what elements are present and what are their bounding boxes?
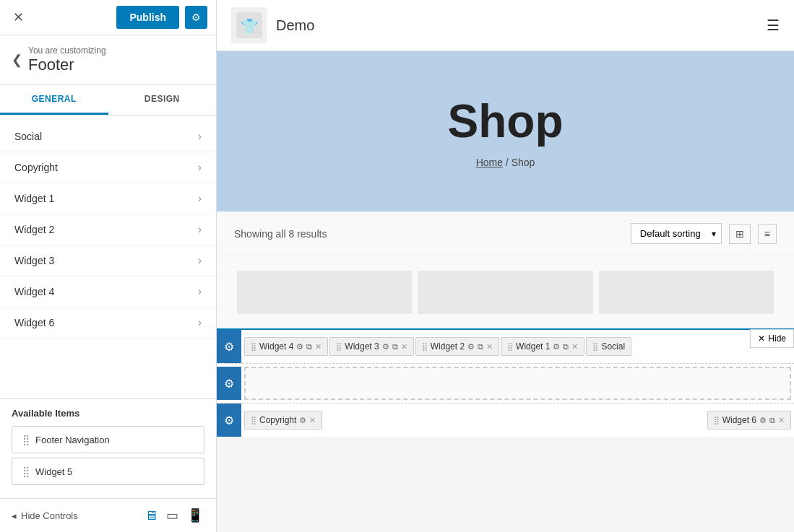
row-settings-icon: ⚙ — [224, 340, 234, 354]
chevron-icon: › — [198, 130, 202, 143]
preview-content: Shop Home / Shop Showing all 8 results D… — [217, 51, 794, 532]
sort-wrapper: Default sorting — [631, 223, 722, 244]
results-count: Showing all 8 results — [234, 228, 327, 240]
list-view-button[interactable]: ≡ — [758, 224, 777, 244]
menu-item-widget2[interactable]: Widget 2 › — [0, 214, 216, 245]
widget-chip-widget1[interactable]: ⣿ Widget 1 ⚙ ⧉ ✕ — [501, 337, 584, 356]
hide-controls-button[interactable]: ◂ Hide Controls — [12, 510, 78, 521]
tab-design[interactable]: DESIGN — [108, 85, 217, 115]
copy-icon: ⧉ — [306, 342, 312, 352]
hamburger-icon[interactable]: ☰ — [767, 17, 780, 34]
left-arrow-icon: ◂ — [12, 510, 17, 521]
footer-widgets-row1: ⣿ Widget 4 ⚙ ⧉ ✕ ⣿ Widget 3 ⚙ ⧉ ✕ ⣿ — [241, 334, 794, 359]
gear-icon: ⚙ — [553, 342, 560, 352]
copy-icon: ⧉ — [478, 342, 483, 352]
menu-item-widget1[interactable]: Widget 1 › — [0, 183, 216, 214]
settings-button[interactable]: ⚙ — [185, 6, 207, 29]
hide-footer-button[interactable]: ✕ Hide — [750, 329, 794, 348]
desktop-icon[interactable]: 🖥 — [143, 506, 159, 525]
hide-label: Hide — [768, 333, 786, 344]
row-handle-2[interactable]: ⚙ — [217, 367, 241, 400]
close-small-icon: ✕ — [758, 333, 765, 344]
drag-handle-icon: ⣿ — [251, 416, 256, 425]
drag-handle-icon: ⣿ — [714, 416, 720, 425]
mobile-icon[interactable]: 📱 — [186, 506, 204, 525]
remove-icon[interactable]: ✕ — [401, 342, 407, 352]
toolbar-right: Default sorting ⊞ ≡ — [631, 223, 777, 244]
menu-item-widget4[interactable]: Widget 4 › — [0, 276, 216, 308]
row-settings-icon: ⚙ — [224, 377, 234, 391]
remove-icon[interactable]: ✕ — [309, 416, 316, 425]
drag-item-widget5[interactable]: ⣿ Widget 5 — [12, 458, 204, 485]
menu-item-widget6[interactable]: Widget 6 › — [0, 308, 216, 339]
drag-item-footer-navigation[interactable]: ⣿ Footer Navigation — [12, 426, 204, 453]
row-handle-1[interactable]: ⚙ — [217, 330, 241, 363]
gear-icon: ⚙ — [296, 342, 303, 352]
widget-chip-widget2[interactable]: ⣿ Widget 2 ⚙ ⧉ ✕ — [415, 337, 499, 356]
sort-select[interactable]: Default sorting — [631, 223, 722, 244]
footer-row-empty — [244, 367, 791, 400]
back-button[interactable]: ❮ — [12, 52, 22, 68]
drag-handle-icon: ⣿ — [336, 342, 342, 352]
widget-chip-social[interactable]: ⣿ Social — [586, 337, 631, 356]
menu-item-label: Social — [14, 131, 42, 142]
widget-chip-widget4[interactable]: ⣿ Widget 4 ⚙ ⧉ ✕ — [244, 337, 328, 356]
chevron-icon: › — [198, 285, 202, 298]
menu-item-label: Widget 2 — [14, 224, 54, 235]
customizing-title: Footer — [28, 56, 106, 74]
menu-item-label: Copyright — [14, 162, 58, 173]
menu-list: Social › Copyright › Widget 1 › Widget 2… — [0, 115, 216, 398]
product-card — [237, 271, 412, 314]
drag-item-label: Footer Navigation — [35, 435, 110, 445]
tablet-icon[interactable]: ▭ — [165, 506, 180, 525]
widget-chip-label: Widget 4 — [259, 341, 293, 352]
chevron-icon: › — [198, 316, 202, 329]
remove-icon[interactable]: ✕ — [778, 416, 785, 425]
preview-header: 👕 Demo ☰ — [217, 0, 794, 51]
widget-chip-label: Widget 1 — [516, 341, 550, 352]
copy-icon: ⧉ — [392, 342, 398, 352]
shop-toolbar: Showing all 8 results Default sorting ⊞ … — [217, 212, 794, 256]
gear-icon: ⚙ — [299, 416, 306, 425]
widget-chip-label: Widget 3 — [345, 341, 379, 352]
widget-chip-label: Social — [601, 341, 625, 352]
footer-row-3: ⚙ ⣿ Copyright ⚙ ✕ ⣿ Widget 6 ⚙ ⧉ — [217, 404, 794, 437]
top-bar: ✕ Publish ⚙ — [0, 0, 216, 35]
close-button[interactable]: ✕ — [9, 8, 28, 27]
chevron-icon: › — [198, 161, 202, 174]
remove-icon[interactable]: ✕ — [571, 342, 578, 352]
chevron-icon: › — [198, 192, 202, 205]
product-card — [599, 271, 774, 314]
menu-item-social[interactable]: Social › — [0, 121, 216, 152]
remove-icon[interactable]: ✕ — [315, 342, 322, 352]
breadcrumb-separator: / — [503, 157, 512, 168]
drag-handle-icon: ⣿ — [592, 342, 598, 352]
bottom-bar: ◂ Hide Controls 🖥 ▭ 📱 — [0, 498, 216, 532]
menu-item-widget3[interactable]: Widget 3 › — [0, 245, 216, 276]
widget-chip-widget6[interactable]: ⣿ Widget 6 ⚙ ⧉ ✕ — [707, 411, 791, 429]
tab-general[interactable]: GENERAL — [0, 85, 108, 115]
grid-view-button[interactable]: ⊞ — [729, 224, 751, 244]
widget-chip-label: Widget 2 — [431, 341, 465, 352]
available-items-title: Available Items — [12, 408, 204, 419]
footer-row-2: ⚙ — [217, 364, 794, 404]
drag-handle-icon: ⣿ — [22, 466, 30, 477]
drag-item-label: Widget 5 — [35, 466, 72, 477]
menu-item-label: Widget 6 — [14, 317, 54, 328]
logo-icon: 👕 — [231, 7, 267, 43]
customizing-info: You are customizing Footer — [28, 45, 106, 74]
row-handle-3[interactable]: ⚙ — [217, 404, 241, 437]
breadcrumb-current: Shop — [512, 157, 535, 168]
publish-button[interactable]: Publish — [116, 6, 179, 29]
widget-chip-label: Widget 6 — [722, 415, 756, 425]
tabs: GENERAL DESIGN — [0, 85, 216, 115]
breadcrumb-home[interactable]: Home — [476, 157, 503, 168]
remove-icon[interactable]: ✕ — [486, 342, 493, 352]
copy-icon: ⧉ — [563, 342, 569, 352]
widget-chip-copyright[interactable]: ⣿ Copyright ⚙ ✕ — [244, 411, 322, 429]
available-items-section: Available Items ⣿ Footer Navigation ⣿ Wi… — [0, 398, 216, 498]
widget-chip-widget3[interactable]: ⣿ Widget 3 ⚙ ⧉ ✕ — [329, 337, 413, 356]
menu-item-copyright[interactable]: Copyright › — [0, 152, 216, 183]
hide-controls-label: Hide Controls — [21, 510, 78, 521]
gear-icon: ⚙ — [467, 342, 475, 352]
